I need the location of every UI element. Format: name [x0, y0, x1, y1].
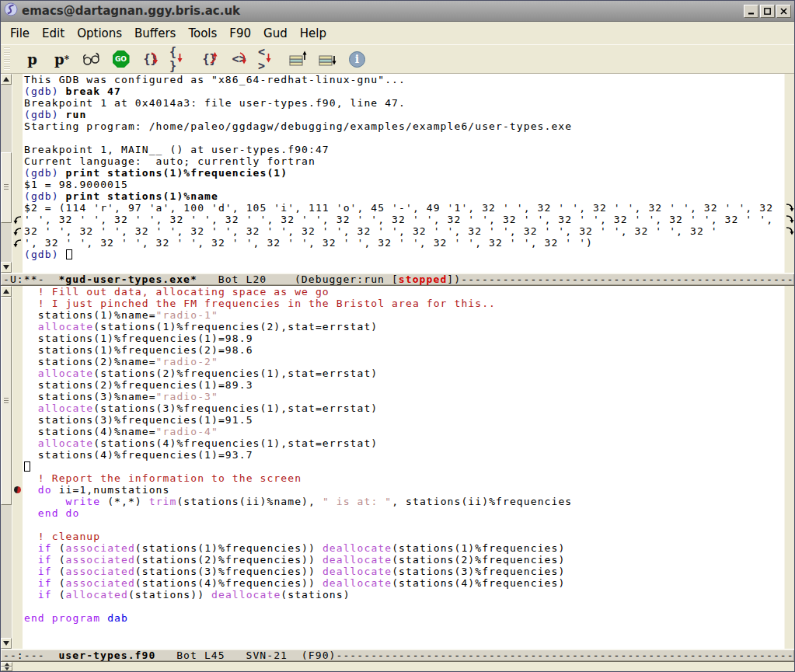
menu-f90[interactable]: F90	[223, 24, 257, 43]
buffer-line: end do	[24, 507, 784, 519]
fringe-cell	[785, 461, 794, 472]
buffer-line: $1 = 98.9000015	[24, 179, 784, 190]
buffer-line: Breakpoint 1 at 0x4014a3: file user-type…	[24, 97, 784, 109]
text-segment: stations(2)%frequencies(1)=89.3	[24, 379, 253, 391]
scroll-down-icon[interactable]	[1, 667, 12, 671]
source-scroll-thumb[interactable]	[1, 297, 12, 505]
info-icon[interactable]: i	[347, 49, 368, 70]
text-segment: deallocate	[323, 566, 392, 577]
buffer-line: 32 ' ', 32 ' ', 32 ' ', 32 ' ', 32 ' ', …	[24, 225, 784, 237]
text-segment: (stations(2)%frequencies)	[392, 554, 565, 566]
step-icon[interactable]: { }	[169, 49, 190, 70]
fringe-cell	[785, 155, 794, 167]
fringe-cell	[785, 237, 794, 249]
breakpoint-icon	[14, 486, 21, 493]
fringe-cell	[12, 519, 23, 531]
fringe-cell	[785, 391, 794, 402]
source-window[interactable]: ! Fill out data, allocating space as we …	[1, 286, 794, 649]
text-segment: stations(3)%frequencies(1)=91.5	[24, 414, 253, 426]
text-segment: stations(4)%name=	[24, 426, 156, 437]
source-scroll-track[interactable]	[1, 297, 12, 638]
gdb-scroll-thumb[interactable]	[1, 152, 12, 223]
close-button[interactable]	[776, 5, 791, 18]
source-scrollbar[interactable]	[1, 286, 12, 649]
fringe-cell	[12, 367, 23, 379]
menu-gud[interactable]: Gud	[257, 24, 294, 43]
scroll-up-icon[interactable]	[1, 74, 12, 85]
text-cursor	[66, 249, 72, 259]
scroll-down-icon[interactable]	[1, 638, 12, 649]
gdb-output-window[interactable]: This GDB was configured as "x86_64-redha…	[1, 74, 794, 273]
stack-down-icon[interactable]	[317, 49, 338, 70]
stack-up-icon[interactable]	[288, 49, 309, 70]
text-segment: if	[38, 554, 52, 566]
minibuffer-scrollbar[interactable]	[1, 662, 12, 671]
buffer-line: ', 32 ' ', 32 ' ', 32 ' ', 32 ' ', 32 ' …	[24, 237, 784, 249]
fringe-cell	[12, 461, 23, 472]
text-segment: if	[38, 589, 52, 601]
fringe-cell	[12, 542, 23, 554]
watch-expression-icon[interactable]	[81, 49, 102, 70]
print-icon[interactable]: p	[22, 49, 43, 70]
title-bar[interactable]: emacs@dartagnan.ggy.bris.ac.uk	[1, 1, 794, 22]
gdb-left-fringe	[12, 74, 23, 273]
menu-edit[interactable]: Edit	[36, 24, 71, 43]
fringe-cell	[785, 286, 794, 298]
text-segment: print stations(1)%frequencies(1)	[66, 167, 288, 179]
fringe-cell	[12, 379, 23, 391]
fringe-cell	[12, 249, 23, 260]
fringe-cell	[785, 309, 794, 321]
scroll-up-icon[interactable]	[1, 286, 12, 297]
scroll-down-icon[interactable]	[1, 262, 12, 273]
buffer-line: write (*,*) trim(stations(ii)%name), " i…	[24, 496, 784, 507]
maximize-button[interactable]	[760, 5, 775, 18]
buffer-line: allocate(stations(1)%frequencies(2),stat…	[24, 321, 784, 333]
text-segment: "radio-2"	[156, 356, 218, 367]
fringe-cell	[785, 379, 794, 391]
menu-file[interactable]: File	[4, 24, 36, 43]
window-title: emacs@dartagnan.ggy.bris.ac.uk	[22, 4, 740, 18]
minimize-button[interactable]	[744, 5, 758, 18]
next-icon[interactable]: {}	[140, 49, 161, 70]
menu-buffers[interactable]: Buffers	[128, 24, 182, 43]
echo-area[interactable]	[1, 662, 794, 671]
gdb-text[interactable]: This GDB was configured as "x86_64-redha…	[23, 74, 784, 273]
fringe-cell	[12, 402, 23, 414]
text-segment: ! cleanup	[24, 531, 100, 542]
step-instruction-icon[interactable]: < >	[258, 49, 279, 70]
text-segment: ! I just pinched the FM frequencies in t…	[24, 298, 496, 309]
text-segment: (stations(3)%frequencies))	[135, 566, 323, 577]
gdb-scroll-track[interactable]	[1, 85, 12, 262]
buffer-line: do ii=1,numstations	[24, 484, 784, 496]
menu-tools[interactable]: Tools	[182, 24, 223, 43]
fringe-cell	[12, 132, 23, 144]
source-text[interactable]: ! Fill out data, allocating space as we …	[23, 286, 784, 649]
line-wrap-icon	[12, 225, 23, 237]
buffer-line: ! I just pinched the FM frequencies in t…	[24, 298, 784, 309]
fringe-cell	[12, 309, 23, 321]
text-segment: (gdb)	[24, 249, 66, 260]
buffer-line: stations(4)%name="radio-4"	[24, 426, 784, 437]
menu-options[interactable]: Options	[71, 24, 128, 43]
text-segment: ' ', 32 ' ', 32 ' ', 32 ' ', 32 ' ', 32 …	[24, 214, 773, 225]
finish-icon[interactable]: {}	[199, 49, 220, 70]
text-segment: $1 = 98.9000015	[24, 179, 128, 190]
fringe-cell	[12, 589, 23, 601]
buffer-line	[24, 132, 784, 144]
fringe-cell	[785, 167, 794, 179]
print-star-icon[interactable]: p*	[51, 49, 72, 70]
text-segment: "radio-1"	[156, 309, 218, 321]
gdb-scrollbar[interactable]	[1, 74, 12, 273]
go-icon[interactable]: GO	[110, 49, 131, 70]
fringe-cell	[785, 321, 794, 333]
text-segment: Breakpoint 1, MAIN__ () at user-types.f9…	[24, 144, 330, 155]
text-segment: stations(4)%frequencies(1)=93.7	[24, 449, 253, 461]
fringe-cell	[785, 344, 794, 356]
menu-bar: FileEditOptionsBuffersToolsF90GudHelp	[1, 22, 794, 44]
fringe-cell	[12, 437, 23, 449]
buffer-line: (gdb) break 47	[24, 85, 784, 97]
fringe-cell	[12, 97, 23, 109]
toolbar-grip[interactable]	[4, 47, 10, 71]
next-instruction-icon[interactable]: <>	[228, 49, 249, 70]
menu-help[interactable]: Help	[294, 24, 333, 43]
